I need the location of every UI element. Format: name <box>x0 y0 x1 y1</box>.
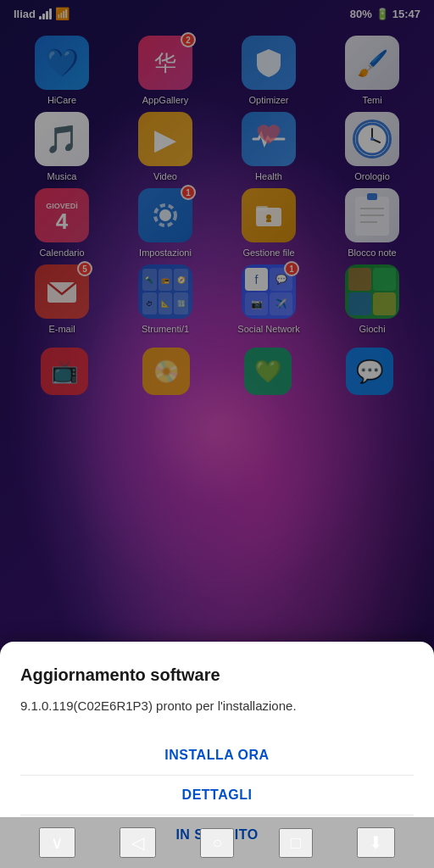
nav-recents-button[interactable]: □ <box>279 828 313 858</box>
dialog-body: 9.1.0.119(C02E6R1P3) pronto per l'instal… <box>20 697 414 716</box>
dialog-overlay: Aggiornamento software 9.1.0.119(C02E6R1… <box>0 0 434 868</box>
nav-home-button[interactable]: ○ <box>200 828 234 858</box>
details-button[interactable]: DETTAGLI <box>20 776 414 815</box>
nav-menu-button[interactable]: ⬇ <box>357 827 395 858</box>
nav-back-button[interactable]: ◁ <box>120 827 156 858</box>
dialog-title: Aggiornamento software <box>20 665 414 685</box>
nav-down-button[interactable]: ∨ <box>39 827 75 858</box>
nav-bar: ∨ ◁ ○ □ ⬇ <box>0 817 434 868</box>
install-now-button[interactable]: INSTALLA ORA <box>20 736 414 775</box>
